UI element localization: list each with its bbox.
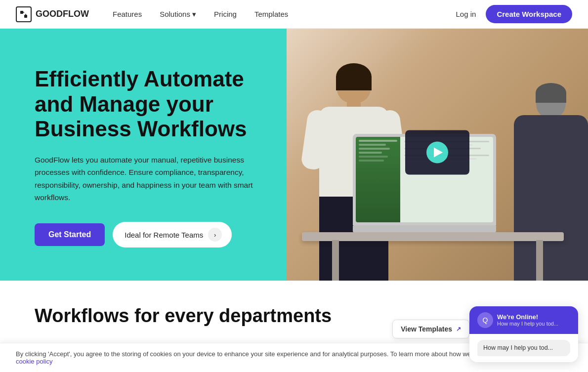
table-leg-left xyxy=(332,240,339,281)
nav-pricing[interactable]: Pricing xyxy=(214,10,237,18)
play-button[interactable] xyxy=(426,142,448,164)
desk-surface xyxy=(302,232,564,241)
chat-widget: Q We're Online! How may I help you tod..… xyxy=(469,306,578,332)
external-link-icon: ↗ xyxy=(456,326,461,331)
avatar-initial: Q xyxy=(483,316,488,324)
hero-buttons: Get Started Ideal for Remote Teams › xyxy=(35,222,257,248)
play-icon xyxy=(434,148,443,158)
person-right xyxy=(514,83,588,281)
nav-features[interactable]: Features xyxy=(113,10,142,18)
hero-title: Efficiently Automate and Manage your Bus… xyxy=(35,67,257,142)
login-button[interactable]: Log in xyxy=(456,10,476,18)
svg-rect-1 xyxy=(24,15,27,18)
chat-subtitle: How may I help you tod... xyxy=(497,321,558,327)
navbar: GOODFLOW Features Solutions ▾ Pricing Te… xyxy=(0,0,588,29)
logo-link[interactable]: GOODFLOW xyxy=(16,6,89,22)
laptop-base xyxy=(353,225,496,232)
chat-status: We're Online! xyxy=(497,313,558,321)
video-overlay[interactable] xyxy=(405,130,469,175)
view-templates-label: View Templates xyxy=(401,325,452,331)
logo-icon xyxy=(16,6,32,22)
create-workspace-button[interactable]: Create Workspace xyxy=(486,5,572,23)
chat-avatar: Q xyxy=(477,312,493,328)
arrow-right-icon: › xyxy=(208,228,222,242)
hero-description: GoodFlow lets you automate your manual, … xyxy=(35,154,257,204)
nav-links: Features Solutions ▾ Pricing Templates xyxy=(113,10,456,19)
table-leg-right xyxy=(536,240,543,281)
hero-content: Efficiently Automate and Manage your Bus… xyxy=(0,29,287,281)
nav-templates[interactable]: Templates xyxy=(254,10,288,18)
hero-section: Efficiently Automate and Manage your Bus… xyxy=(0,29,588,281)
remote-teams-button[interactable]: Ideal for Remote Teams › xyxy=(113,222,232,248)
nav-actions: Log in Create Workspace xyxy=(456,5,573,23)
svg-rect-0 xyxy=(20,11,23,14)
chat-header: Q We're Online! How may I help you tod..… xyxy=(469,306,578,332)
remote-teams-label: Ideal for Remote Teams xyxy=(125,231,203,239)
nav-solutions[interactable]: Solutions ▾ xyxy=(160,10,196,19)
view-templates-button[interactable]: View Templates ↗ xyxy=(392,320,469,331)
get-started-button[interactable]: Get Started xyxy=(35,223,105,246)
chat-header-info: We're Online! How may I help you tod... xyxy=(497,313,558,327)
hero-image xyxy=(287,29,588,281)
brand-name: GOODFLOW xyxy=(36,9,89,19)
